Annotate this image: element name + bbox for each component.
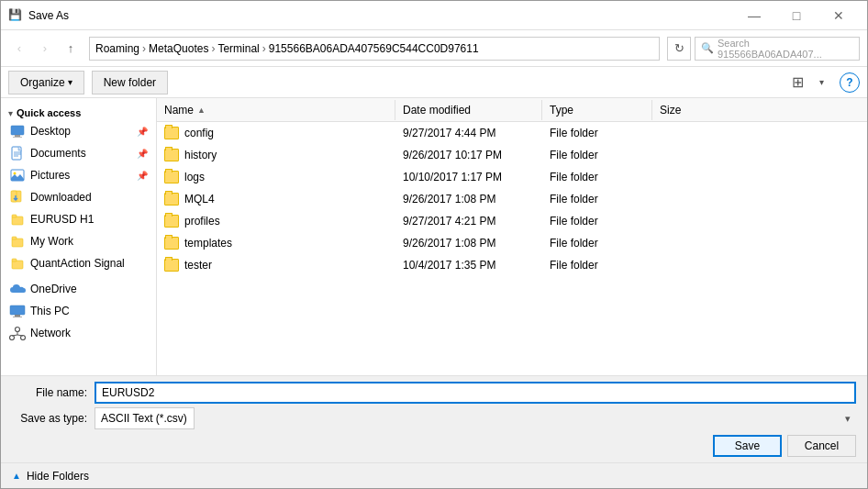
svg-point-20 — [16, 328, 20, 332]
svg-rect-2 — [13, 137, 22, 138]
table-row[interactable]: templates 9/26/2017 1:08 PM File folder — [157, 232, 867, 254]
sidebar-item-mywork[interactable]: My Work — [1, 230, 156, 252]
save-button[interactable]: Save — [713, 435, 782, 457]
file-name: templates — [184, 237, 232, 250]
table-row[interactable]: tester 10/4/2017 1:35 PM File folder — [157, 254, 867, 276]
breadcrumb[interactable]: Roaming › MetaQuotes › Terminal › 915566… — [89, 37, 660, 61]
minimize-button[interactable]: — — [733, 1, 775, 30]
sidebar-item-pictures[interactable]: Pictures 📌 — [1, 164, 156, 186]
close-button[interactable]: ✕ — [818, 1, 860, 30]
desktop-icon — [8, 124, 27, 139]
svg-rect-1 — [15, 135, 20, 137]
savetype-select[interactable]: ASCII Text (*.csv) — [95, 407, 195, 429]
view-menu-button[interactable]: ▾ — [810, 72, 832, 94]
breadcrumb-roaming: Roaming — [95, 42, 139, 55]
sidebar-item-desktop[interactable]: Desktop 📌 — [1, 120, 156, 142]
maximize-button[interactable]: □ — [775, 1, 818, 30]
breadcrumb-terminal: Terminal — [217, 42, 259, 55]
table-row[interactable]: history 9/26/2017 10:17 PM File folder — [157, 144, 867, 166]
thispc-icon — [8, 304, 27, 318]
svg-rect-13 — [12, 239, 23, 247]
cancel-button[interactable]: Cancel — [787, 435, 856, 457]
forward-button[interactable]: › — [34, 38, 56, 60]
quick-access-header[interactable]: ▾ Quick access — [1, 102, 156, 120]
svg-point-22 — [21, 336, 26, 340]
file-list: config 9/27/2017 4:44 PM File folder his… — [157, 122, 867, 375]
organize-button[interactable]: Organize ▾ — [8, 71, 84, 94]
folder-icon — [164, 193, 179, 206]
new-folder-button[interactable]: New folder — [92, 71, 168, 94]
form-buttons: Save Cancel — [12, 435, 856, 457]
savetype-row: Save as type: ASCII Text (*.csv) ▾ — [12, 407, 856, 429]
address-toolbar: ‹ › ↑ Roaming › MetaQuotes › Terminal › … — [1, 30, 867, 67]
sidebar-network-label: Network — [30, 327, 149, 339]
file-name: logs — [184, 171, 205, 183]
sidebar-thispc-label: This PC — [30, 305, 149, 317]
file-type: File folder — [542, 169, 652, 185]
title-bar: 💾 Save As — □ ✕ — [1, 1, 867, 30]
sidebar-item-network[interactable]: Network — [1, 322, 156, 344]
file-type: File folder — [542, 257, 652, 273]
collapse-arrow: ▾ — [8, 108, 13, 118]
sidebar-mywork-label: My Work — [30, 235, 149, 248]
filename-label: File name: — [12, 386, 95, 399]
select-arrow-icon: ▾ — [845, 413, 851, 425]
sidebar-item-downloaded[interactable]: Downloaded — [1, 186, 156, 208]
sidebar-item-quantaction[interactable]: QuantAction Signal — [1, 252, 156, 274]
pictures-icon — [8, 168, 27, 183]
breadcrumb-folder: 915566BA06ADA407569C544CC0D97611 — [269, 42, 479, 55]
mywork-icon — [8, 234, 27, 249]
file-size — [652, 175, 726, 179]
pin-icon-pics: 📌 — [136, 169, 149, 182]
column-headers: Name ▲ Date modified Type Size — [157, 98, 867, 122]
file-name: tester — [184, 259, 212, 272]
file-type: File folder — [542, 191, 652, 207]
col-name-header[interactable]: Name ▲ — [157, 100, 395, 120]
sidebar-item-thispc[interactable]: This PC — [1, 300, 156, 322]
quick-access-section: ▾ Quick access Desktop 📌 Documents 📌 — [1, 102, 156, 274]
up-button[interactable]: ↑ — [60, 38, 82, 60]
file-name: profiles — [184, 215, 220, 228]
status-bar[interactable]: ▲ Hide Folders — [1, 462, 867, 488]
table-row[interactable]: config 9/27/2017 4:44 PM File folder — [157, 122, 867, 144]
svg-rect-15 — [12, 261, 23, 269]
help-button[interactable]: ? — [840, 72, 860, 93]
hide-folders-label: Hide Folders — [27, 470, 89, 483]
file-date: 9/27/2017 4:21 PM — [395, 213, 542, 229]
pin-icon-docs: 📌 — [136, 147, 149, 160]
table-row[interactable]: logs 10/10/2017 1:17 PM File folder — [157, 166, 867, 188]
search-placeholder: Search 915566BA06ADA407... — [718, 38, 853, 60]
file-date: 9/26/2017 1:08 PM — [395, 235, 542, 251]
sidebar-item-onedrive[interactable]: OneDrive — [1, 278, 156, 300]
svg-rect-14 — [12, 237, 17, 239]
bottom-bar: File name: Save as type: ASCII Text (*.c… — [1, 375, 867, 462]
refresh-button[interactable]: ↻ — [667, 37, 691, 61]
back-button[interactable]: ‹ — [8, 38, 30, 60]
col-date-header[interactable]: Date modified — [395, 100, 542, 120]
file-size — [652, 263, 726, 267]
table-row[interactable]: profiles 9/27/2017 4:21 PM File folder — [157, 210, 867, 232]
file-date: 9/26/2017 10:17 PM — [395, 147, 542, 163]
sort-arrow: ▲ — [197, 106, 206, 115]
search-box[interactable]: 🔍 Search 915566BA06ADA407... — [695, 37, 860, 61]
col-type-header[interactable]: Type — [542, 100, 652, 120]
file-type: File folder — [542, 213, 652, 229]
table-row[interactable]: MQL4 9/26/2017 1:08 PM File folder — [157, 188, 867, 210]
file-name: history — [184, 149, 217, 161]
view-toggle-button[interactable]: ⊞ — [786, 72, 808, 94]
file-size — [652, 219, 726, 223]
folder-icon — [164, 127, 179, 139]
sidebar-item-documents[interactable]: Documents 📌 — [1, 142, 156, 164]
svg-rect-16 — [12, 259, 17, 261]
quick-access-label: Quick access — [17, 107, 149, 118]
svg-point-21 — [10, 336, 15, 340]
col-size-header[interactable]: Size — [652, 100, 726, 120]
folder-icon — [164, 149, 179, 161]
filename-input[interactable] — [95, 382, 856, 404]
file-size — [652, 131, 726, 135]
filename-row: File name: — [12, 382, 856, 404]
pin-icon: 📌 — [136, 125, 149, 138]
sidebar-item-eurusd[interactable]: EURUSD H1 — [1, 208, 156, 230]
file-size — [652, 197, 726, 201]
sidebar-quantaction-label: QuantAction Signal — [30, 257, 149, 270]
